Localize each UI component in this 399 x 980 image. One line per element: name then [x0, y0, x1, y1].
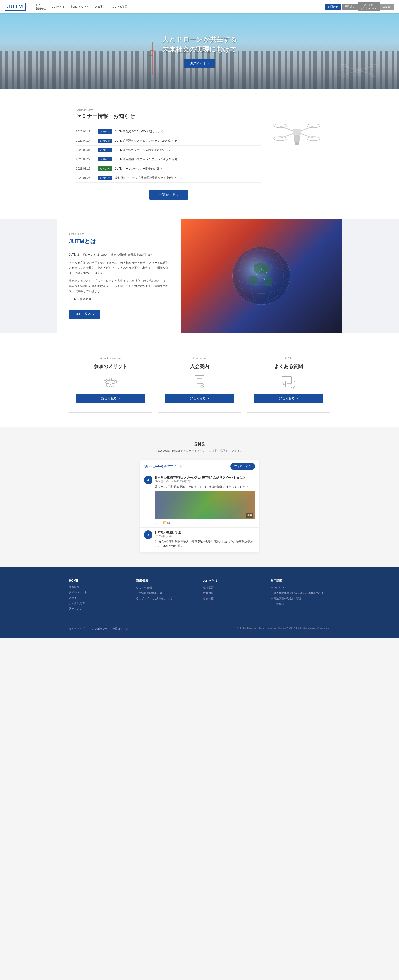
features-section: Advantages to Join 参加のメリット 詳しく見る › How t…: [0, 333, 399, 427]
hero-drone-icon: [337, 59, 380, 82]
about-image: [180, 219, 342, 333]
twitter-header: @jutm_infoさんのツイート フォローする: [140, 460, 259, 473]
list-item: 2023.03.17 セミナー JUTMオープンセミナー開催のご案内: [76, 164, 261, 173]
hero-overlay: 人とドローンが共生する 未来社会の実現にむけて JUTMとは ›: [162, 35, 237, 68]
news-badge: セミナー: [98, 166, 112, 171]
svg-point-14: [274, 124, 287, 128]
news-badge: お知らせ: [98, 138, 112, 143]
about-content: ABOUT JUTM JUTMとは JUTMは、ドローンをはじめとする無人機の社…: [57, 219, 180, 333]
nav-english[interactable]: English: [380, 3, 394, 10]
svg-rect-18: [293, 129, 301, 135]
svg-point-15: [307, 124, 320, 128]
svg-rect-38: [195, 375, 204, 388]
list-item: 2023.03.31 お知らせ JUTM運用調整システム API公開のお知らせ: [76, 145, 261, 155]
header: JUTM セミナーお知らせ JUTMとは 参加のメリット 入会案内 よくある質問…: [0, 0, 399, 13]
twitter-account-label: @jutm_infoさんのツイート: [144, 464, 182, 468]
footer-link[interactable]: 会員情報管理基本方針: [136, 591, 196, 595]
link-policy-link[interactable]: リンクポリシー: [89, 627, 108, 630]
footer-link[interactable]: 会員一覧: [203, 597, 263, 600]
footer-copyright: All Rights Reserved. Japan Unmanned Syst…: [236, 627, 330, 630]
footer-link[interactable]: よくある質問: [69, 601, 129, 605]
document-icon: [191, 374, 208, 390]
news-left: Seminar/News セミナー情報・お知らせ 2023.04.17 お知らせ…: [76, 108, 261, 200]
drone-illustration: [271, 113, 323, 151]
footer-link[interactable]: ー ログイン: [270, 586, 330, 589]
sitemap-link[interactable]: サイトマップ: [69, 627, 84, 630]
svg-point-16: [274, 137, 287, 140]
list-item: J 日本無人機運行管理コンソーシアム(JUTM)さんが リツイートしました NH…: [140, 473, 259, 528]
nav-seminar[interactable]: セミナーお知らせ: [33, 2, 49, 12]
footer-link[interactable]: ー 電波調整WG紹介・管理: [270, 597, 330, 600]
image-caption: 地図: [245, 513, 253, 517]
merit-detail-button[interactable]: 詳しく見る ›: [76, 394, 145, 403]
footer-link[interactable]: 活動内容: [203, 591, 263, 595]
svg-point-17: [307, 137, 320, 140]
twitter-widget: @jutm_infoさんのツイート フォローする J 日本無人機運行管理コンソー…: [140, 460, 259, 552]
nav: セミナーお知らせ JUTMとは 参加のメリット 入会案内 よくある質問 お問合せ…: [33, 2, 394, 12]
news-section: Seminar/News セミナー情報・お知らせ 2023.04.17 お知らせ…: [57, 94, 342, 214]
hero-cta-button[interactable]: JUTMとは ›: [184, 59, 215, 68]
footer-link[interactable]: ウェブサイトのご利用について: [136, 597, 196, 600]
footer-link[interactable]: ー 注意事項: [270, 602, 330, 606]
list-item: 2023.01.26 お知らせ 次世代モビリティ推航管理小委員会立ち上げについて: [76, 173, 261, 183]
footer-col-operation: 運用調整 ー ログイン ー 無人移動体画像伝送システム運用調整とは ー 電波調整…: [270, 579, 330, 612]
news-right: [271, 108, 323, 200]
chevron-right-icon: ›: [297, 396, 298, 400]
logo[interactable]: JUTM: [5, 3, 26, 11]
footer-link[interactable]: 組織概要: [203, 586, 263, 589]
view-all-button[interactable]: 一覧を見る ›: [149, 190, 188, 200]
news-badge: お知らせ: [98, 157, 112, 161]
footer-link[interactable]: セミナー情報: [136, 586, 196, 589]
about-title: JUTMとは: [69, 237, 96, 248]
about-detail-button[interactable]: 詳しく見る ›: [69, 310, 100, 318]
nav-faq[interactable]: よくある質問: [109, 3, 130, 10]
news-badge: お知らせ: [98, 176, 112, 180]
chevron-right-icon: ›: [207, 396, 209, 400]
member-login-link[interactable]: 会員ログイン: [112, 627, 128, 630]
footer-col-about: JUTMとは 組織概要 活動内容 会員一覧: [203, 579, 263, 612]
follow-button[interactable]: フォローする: [230, 463, 255, 470]
news-label: Seminar/News: [76, 108, 261, 111]
avatar: J: [144, 530, 152, 539]
news-title: セミナー情報・お知らせ: [76, 113, 135, 122]
chat-icon: [280, 374, 297, 390]
nav-about[interactable]: JUTMとは: [49, 3, 67, 10]
feature-card-join: How to Join 入会案内 詳しく見る ›: [158, 347, 241, 413]
sns-section: SNS Facebook、Twitterでセミナーやイベントの様子を発信していま…: [0, 427, 399, 567]
about-inner: ABOUT JUTM JUTMとは JUTMは、ドローンをはじめとする無人機の社…: [57, 219, 342, 333]
join-detail-button[interactable]: 詳しく見る ›: [165, 394, 234, 403]
footer-col-news: 新着情報 セミナー情報 会員情報管理基本方針 ウェブサイトのご利用について: [136, 579, 196, 612]
svg-rect-46: [285, 381, 295, 387]
footer-link[interactable]: 新着情報: [69, 585, 129, 589]
list-item: 2023.03.27 お知らせ JUTM運用調整システム メンテナンスのお知らせ: [76, 155, 261, 164]
nav-operation[interactable]: 運用調整: [342, 3, 358, 10]
footer-grid: HOME 新着情報 参加のメリット 入会案内 よくある質問 関連リンク 新着情報…: [69, 579, 330, 612]
nav-join[interactable]: 入会案内: [92, 3, 108, 10]
svg-rect-45: [282, 376, 292, 383]
chevron-right-icon: ›: [119, 396, 120, 400]
footer-link[interactable]: ー 無人移動体画像伝送システム運用調整とは: [270, 591, 330, 595]
svg-rect-9: [356, 72, 361, 76]
nav-wg[interactable]: WG資料ダウンロード: [358, 2, 380, 12]
list-item: J 日本無人機運行管理… · 2022年6月20日 (お知らせ) 石川県能登地方…: [140, 528, 259, 552]
news-badge: お知らせ: [98, 148, 112, 152]
footer-link[interactable]: 入会案内: [69, 596, 129, 600]
svg-point-4: [339, 64, 348, 67]
nav-merit[interactable]: 参加のメリット: [68, 3, 92, 10]
svg-rect-19: [294, 135, 300, 142]
tweet-actions: ♡ 0 🔁 514 ···: [155, 521, 255, 525]
sns-subtitle: Facebook、Twitterでセミナーやイベントの様子を発信しています。: [19, 449, 380, 453]
faq-detail-button[interactable]: 詳しく見る ›: [254, 394, 323, 403]
avatar: J: [144, 476, 152, 484]
nav-contact[interactable]: お問合せ: [325, 3, 341, 10]
svg-point-6: [339, 74, 348, 76]
footer-bottom: サイトマップ リンクポリシー 会員ログイン All Rights Reserve…: [69, 622, 330, 630]
chevron-right-icon: ›: [93, 312, 94, 316]
svg-rect-20: [295, 142, 299, 145]
footer-link[interactable]: 関連リンク: [69, 607, 129, 611]
tweet-image: 地図: [155, 491, 255, 519]
svg-point-7: [369, 74, 378, 76]
footer-link[interactable]: 参加のメリット: [69, 590, 129, 594]
about-section: ABOUT JUTM JUTMとは JUTMは、ドローンをはじめとする無人機の社…: [0, 219, 399, 333]
chevron-right-icon: ›: [207, 62, 209, 65]
